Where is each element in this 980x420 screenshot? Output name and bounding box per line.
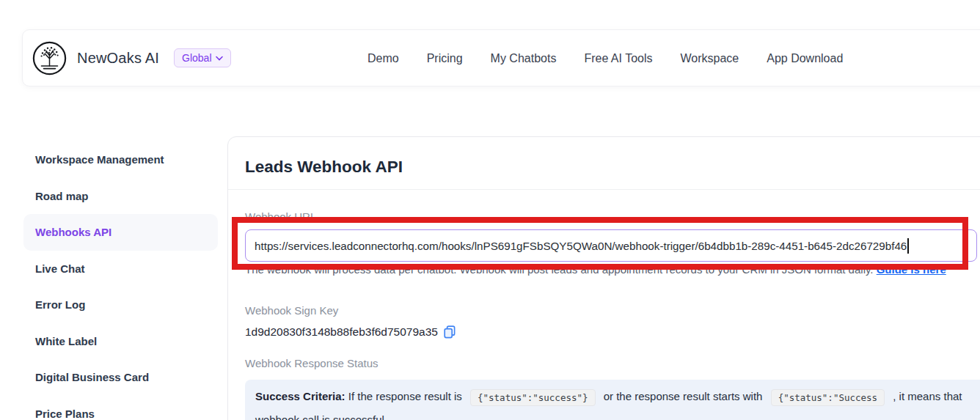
newoaks-logo-icon	[32, 41, 67, 75]
sidebar-item-error-log[interactable]: Error Log	[23, 287, 218, 323]
sidebar: Workspace Management Road map Webhooks A…	[23, 141, 218, 420]
sidebar-item-road-map[interactable]: Road map	[23, 178, 218, 215]
nav-item-demo[interactable]: Demo	[368, 52, 399, 65]
sidebar-item-price-plans[interactable]: Price Plans	[23, 396, 218, 420]
main-panel: Leads Webhook API Webhook URL https://se…	[227, 136, 980, 420]
status-success-prefix-chip: {"status":"Success	[771, 389, 885, 406]
sign-key-value: 1d9d20830f3148b88feb3f6d75079a35	[245, 325, 438, 339]
nav-item-pricing[interactable]: Pricing	[427, 52, 463, 65]
guide-link[interactable]: Guide is here	[877, 263, 946, 276]
sidebar-item-live-chat[interactable]: Live Chat	[23, 251, 218, 287]
copy-icon[interactable]	[444, 325, 456, 339]
success-criteria-line1: Success Criteria: If the response result…	[255, 389, 980, 406]
success-text-1: If the response result is	[348, 390, 462, 402]
nav-item-my-chatbots[interactable]: My Chatbots	[491, 52, 557, 65]
webhook-url-input[interactable]: https://services.leadconnectorhq.com/hoo…	[245, 229, 977, 262]
chevron-down-icon	[216, 56, 223, 61]
brand-name: NewOaks AI	[77, 50, 159, 67]
sidebar-item-digital-business-card[interactable]: Digital Business Card	[23, 359, 218, 396]
success-criteria-box: Success Criteria: If the response result…	[245, 380, 980, 420]
page: NewOaks AI Global Demo Pricing My Chatbo…	[0, 0, 980, 420]
response-status-label: Webhook Response Status	[245, 357, 379, 369]
webhook-url-label: Webhook URL	[245, 210, 316, 223]
sidebar-item-white-label[interactable]: White Label	[23, 323, 218, 360]
sign-key-label: Webhook Sign Key	[245, 304, 338, 317]
page-title: Leads Webhook API	[245, 158, 403, 177]
status-success-chip: {"status":"success"}	[470, 389, 596, 406]
sidebar-item-webhooks-api[interactable]: Webhooks API	[23, 214, 218, 251]
top-navigation-bar: NewOaks AI Global Demo Pricing My Chatbo…	[22, 29, 980, 86]
sidebar-item-workspace-management[interactable]: Workspace Management	[23, 141, 218, 178]
nav-item-app-download[interactable]: App Download	[767, 52, 843, 65]
webhook-url-value: https://services.leadconnectorhq.com/hoo…	[255, 240, 907, 252]
text-cursor	[907, 238, 909, 254]
main-nav: Demo Pricing My Chatbots Free AI Tools W…	[368, 30, 843, 87]
success-criteria-heading: Success Criteria:	[255, 390, 345, 402]
webhook-description-text: The webhook will process data per chatbo…	[245, 263, 874, 276]
nav-item-free-ai-tools[interactable]: Free AI Tools	[584, 52, 652, 65]
region-label: Global	[182, 52, 211, 64]
webhook-description: The webhook will process data per chatbo…	[245, 263, 980, 276]
success-text-2: or the response result starts with	[604, 390, 763, 402]
region-selector[interactable]: Global	[174, 48, 230, 67]
sign-key-row: 1d9d20830f3148b88feb3f6d75079a35	[245, 325, 456, 339]
brand[interactable]: NewOaks AI	[32, 41, 159, 75]
title-divider	[228, 189, 980, 190]
nav-item-workspace[interactable]: Workspace	[681, 52, 739, 65]
success-criteria-line2: webhook call is successful.	[255, 413, 980, 420]
success-text-3: , it means that	[893, 390, 962, 402]
